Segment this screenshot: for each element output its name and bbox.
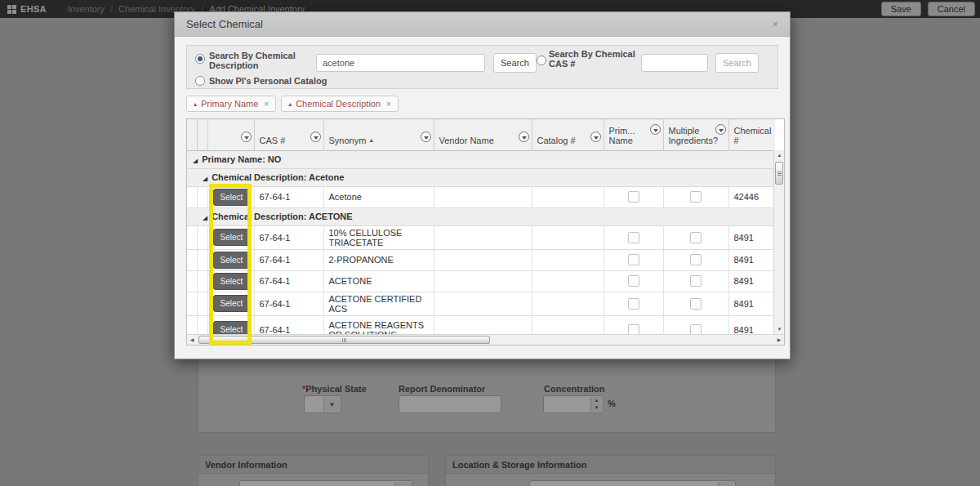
cas-cell: 67-64-1 [254,249,323,270]
cas-cell: 67-64-1 [254,225,323,249]
cas-search-input[interactable] [641,54,708,72]
vendor-cell [434,270,532,292]
filter-icon[interactable] [650,124,661,135]
multiple-ingredients-checkbox[interactable] [690,232,702,243]
search-by-description-radio[interactable] [195,54,205,64]
select-chemical-button[interactable]: Select [213,189,251,206]
sort-asc-icon: ▴ [288,100,292,108]
horizontal-scrollbar[interactable]: ◀ ▶ [187,334,784,345]
vendor-cell [434,225,532,249]
synonym-column-header[interactable]: Synonym▲ [323,119,434,150]
primary-name-checkbox[interactable] [628,191,639,203]
sort-asc-icon: ▴ [194,100,197,108]
vertical-scrollbar[interactable]: ▲ ▼ [773,150,784,334]
select-chemical-button[interactable]: Select [213,229,251,246]
personal-catalog-radio[interactable] [195,76,205,86]
table-row: Select 67-64-1 ACETONE 8491 [187,270,775,292]
description-search-button[interactable]: Search [493,53,537,73]
vertical-scroll-thumb[interactable] [775,162,783,185]
primary-name-checkbox[interactable] [628,298,639,310]
sort-asc-icon: ▲ [368,137,374,143]
remove-group-icon[interactable]: × [264,100,269,109]
vendor-cell [434,292,532,315]
chemical-number-cell: 42446 [728,186,775,207]
collapse-group-icon[interactable]: ◢ [203,175,207,181]
synonym-cell: ACETONE [323,270,434,292]
synonym-cell: ACETONE CERTIFIED ACS [323,292,434,315]
table-row: Select 67-64-1 ACETONE CERTIFIED ACS 849… [187,292,775,315]
search-by-description-label[interactable]: Search By Chemical Description [209,51,297,70]
group-tag-label: Chemical Description [296,99,381,109]
chemical-number-cell: 8491 [728,225,775,249]
multiple-ingredients-checkbox[interactable] [690,254,702,265]
table-row: Select 67-64-1 Acetone 42446 [187,186,775,207]
cas-search-button[interactable]: Search [715,53,759,73]
scroll-down-icon[interactable]: ▼ [774,324,785,334]
catalog-cell [532,292,604,315]
multiple-ingredients-checkbox[interactable] [690,298,702,310]
select-column-header [207,119,254,150]
catalog-cell [532,186,604,207]
filter-icon[interactable] [590,132,601,142]
catalog-cell [532,225,604,249]
search-panel: Search By Chemical Description Show PI's… [186,45,778,89]
primary-name-checkbox[interactable] [628,232,639,243]
synonym-cell: Acetone [323,186,434,207]
chemical-number-cell: 8491 [728,249,775,270]
chemical-number-cell: 8491 [728,270,775,292]
select-chemical-button[interactable]: Select [213,295,251,312]
cas-cell: 67-64-1 [254,292,323,315]
filter-icon[interactable] [715,124,726,135]
multiple-ingredients-checkbox[interactable] [690,191,702,203]
vendor-cell [434,249,532,270]
multiple-ingredients-checkbox[interactable] [690,275,702,287]
chemical-results-grid: CAS # Synonym▲ Vendor Name Catalog # Pri… [186,118,785,346]
multiple-ingredients-column-header[interactable]: Multiple Ingredients? [663,119,728,150]
personal-catalog-label[interactable]: Show PI's Personal Catalog [209,76,389,86]
vendor-column-header[interactable]: Vendor Name [434,119,532,150]
search-by-cas-label[interactable]: Search By Chemical CAS # [549,49,651,69]
select-chemical-button[interactable]: Select [213,273,251,290]
primary-name-column-header[interactable]: Prim... Name [604,119,663,150]
remove-group-icon[interactable]: × [386,100,391,109]
filter-icon[interactable] [241,132,252,142]
dialog-titlebar: Select Chemical × [175,12,790,37]
description-search-input[interactable] [316,54,485,72]
group-row-chemical-description: ◢Chemical Description: Acetone [187,168,775,186]
group-tag-primary-name[interactable]: ▴ Primary Name × [186,96,276,112]
collapse-group-icon[interactable]: ◢ [203,214,207,221]
primary-name-checkbox[interactable] [628,275,639,287]
synonym-cell: 10% CELLULOSE TRIACETATE [323,225,434,249]
horizontal-scroll-thumb[interactable] [198,336,490,344]
chemical-number-column-header[interactable]: Chemical # [728,119,775,150]
search-by-cas-radio[interactable] [537,56,546,65]
primary-name-checkbox[interactable] [628,254,639,265]
catalog-cell [532,270,604,292]
catalog-cell [532,249,604,270]
cas-column-header[interactable]: CAS # [254,119,323,150]
group-tag-chemical-description[interactable]: ▴ Chemical Description × [281,96,399,112]
scroll-up-icon[interactable]: ▲ [774,150,785,160]
dialog-title: Select Chemical [186,18,263,30]
filter-icon[interactable] [421,132,431,142]
cas-cell: 67-64-1 [254,270,323,292]
group-row-primary-name: ◢Primary Name: NO [187,150,775,168]
synonym-cell: 2-PROPANONE [323,249,434,270]
scroll-right-icon[interactable]: ▶ [774,335,784,345]
cas-cell: 67-64-1 [254,186,323,207]
select-chemical-button[interactable]: Select [213,252,251,269]
group-row-chemical-description: ◢Chemical Description: ACETONE [187,207,775,225]
table-row: Select 67-64-1 2-PROPANONE 8491 [187,249,775,270]
group-by-bar: ▴ Primary Name × ▴ Chemical Description … [186,96,778,112]
catalog-column-header[interactable]: Catalog # [532,119,604,150]
scroll-left-icon[interactable]: ◀ [187,335,197,345]
table-row: Select 67-64-1 10% CELLULOSE TRIACETATE … [187,225,775,249]
filter-icon[interactable] [310,132,321,142]
collapse-group-icon[interactable]: ◢ [193,157,198,163]
select-chemical-dialog: Select Chemical × Search By Chemical Des… [174,11,791,359]
chemical-number-cell: 8491 [728,292,775,315]
filter-icon[interactable] [519,132,529,142]
close-icon[interactable]: × [772,19,778,29]
grid-header-row: CAS # Synonym▲ Vendor Name Catalog # Pri… [187,119,775,150]
group-tag-label: Primary Name [201,99,258,109]
